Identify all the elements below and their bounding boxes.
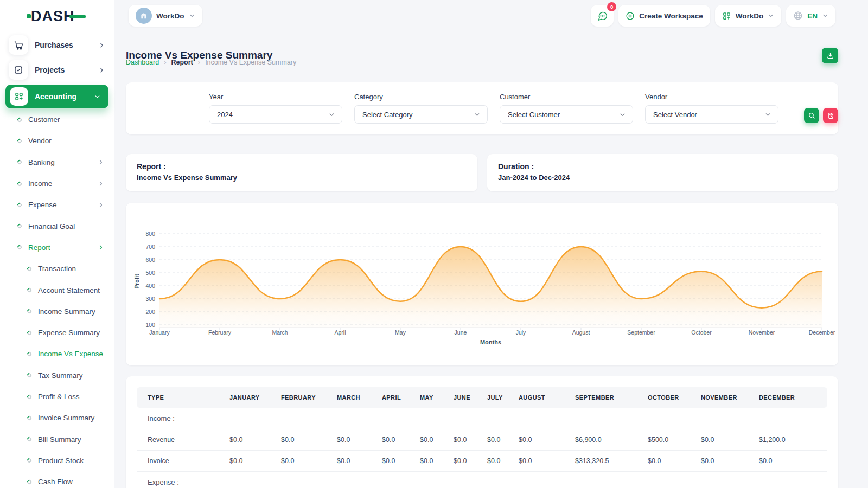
column-header-october: OCTOBER xyxy=(644,387,698,408)
filter-fields: Year 2024 Category Select Category Custo… xyxy=(209,93,778,134)
breadcrumb: Dashboard›Report›Income Vs Expense Summa… xyxy=(126,58,296,66)
sidebar-subitem-label: Invoice Summary xyxy=(38,414,104,422)
sidebar-subitem-label: Income Summary xyxy=(38,307,104,316)
table-cell: $0.0 xyxy=(226,451,278,472)
sidebar-item-invoice-summary[interactable]: Invoice Summary xyxy=(0,407,114,428)
breadcrumb-report[interactable]: Report xyxy=(171,59,193,66)
profit-area-chart: 100200300400500600700800JanuaryFebruaryM… xyxy=(126,203,838,365)
sidebar-item-account-statement[interactable]: Account Statement xyxy=(0,279,114,300)
svg-text:July: July xyxy=(516,329,526,336)
table-section-row: Income : xyxy=(137,408,827,429)
sidebar-item-vendor[interactable]: Vendor xyxy=(0,130,114,151)
sidebar-subitem-label: Product Stock xyxy=(38,457,104,465)
svg-text:Profit: Profit xyxy=(133,274,140,289)
table-cell: $6,900.0 xyxy=(572,429,644,451)
sidebar-item-income[interactable]: Income xyxy=(0,173,114,194)
svg-text:August: August xyxy=(572,329,590,336)
column-header-june: JUNE xyxy=(450,387,484,408)
bullet-icon xyxy=(26,458,32,464)
table-cell: $0.0 xyxy=(515,429,572,451)
bullet-icon xyxy=(26,287,32,293)
chevron-right-icon xyxy=(98,202,104,208)
bullet-icon xyxy=(26,266,32,272)
chevron-down-icon xyxy=(474,111,481,118)
sidebar-item-label: Accounting xyxy=(35,92,87,101)
sidebar-subitem-label: Bill Summary xyxy=(38,435,104,444)
download-button[interactable] xyxy=(822,48,838,63)
sidebar-item-projects[interactable]: Projects xyxy=(0,57,114,82)
sidebar-item-cash-flow[interactable]: Cash Flow xyxy=(0,471,114,488)
download-icon xyxy=(826,52,834,60)
bullet-icon xyxy=(26,436,32,442)
cart-icon xyxy=(9,35,28,55)
sidebar-item-transaction[interactable]: Transaction xyxy=(0,258,114,279)
apply-filter-button[interactable] xyxy=(804,108,819,123)
table-row: Revenue$0.0$0.0$0.0$0.0$0.0$0.0$0.0$0.0$… xyxy=(137,429,827,451)
filter-selected-value: Select Vendor xyxy=(653,111,697,119)
svg-text:May: May xyxy=(395,329,406,336)
filter-field: Year 2024 xyxy=(209,93,342,134)
chevron-right-icon xyxy=(98,67,105,74)
bullet-icon xyxy=(16,245,22,251)
sidebar-subitem-label: Income xyxy=(28,179,91,188)
accounting-submenu: Customer Vendor Banking Income Expense F… xyxy=(0,108,114,488)
svg-text:October: October xyxy=(691,329,712,336)
sidebar-subitem-label: Report xyxy=(28,243,91,252)
sidebar-subitem-label: Expense xyxy=(28,201,91,209)
sidebar-item-accounting[interactable]: Accounting xyxy=(5,85,108,108)
table-cell: $0.0 xyxy=(278,451,334,472)
table-row: Invoice$0.0$0.0$0.0$0.0$0.0$0.0$0.0$0.0$… xyxy=(137,451,827,472)
column-header-september: SEPTEMBER xyxy=(572,387,644,408)
select-category[interactable]: Select Category xyxy=(354,105,488,124)
select-customer[interactable]: Select Customer xyxy=(500,105,633,124)
brand-logo[interactable]: DASH xyxy=(0,0,114,33)
bullet-icon xyxy=(26,373,32,378)
svg-text:500: 500 xyxy=(145,269,155,276)
table-cell: $0.0 xyxy=(698,429,756,451)
sidebar-item-label: Purchases xyxy=(35,41,92,49)
sidebar-item-expense-summary[interactable]: Expense Summary xyxy=(0,322,114,343)
duration-card-value: Jan-2024 to Dec-2024 xyxy=(498,174,827,182)
column-header-november: NOVEMBER xyxy=(698,387,756,408)
sidebar-item-profit-loss[interactable]: Profit & Loss xyxy=(0,386,114,407)
sidebar-item-expense[interactable]: Expense xyxy=(0,194,114,215)
chevron-down-icon xyxy=(328,111,335,118)
sidebar-item-report[interactable]: Report xyxy=(0,237,114,258)
svg-text:Months: Months xyxy=(480,339,501,345)
filter-label: Category xyxy=(354,93,488,101)
select-vendor[interactable]: Select Vendor xyxy=(645,105,778,124)
filter-field: Customer Select Customer xyxy=(500,93,633,134)
table-cell: $0.0 xyxy=(379,451,417,472)
svg-text:600: 600 xyxy=(145,256,155,263)
sidebar-item-label: Projects xyxy=(35,66,92,74)
column-header-january: JANUARY xyxy=(226,387,278,408)
sidebar-item-customer[interactable]: Customer xyxy=(0,109,114,130)
bullet-icon xyxy=(16,138,22,144)
sidebar-subitem-label: Customer xyxy=(28,115,104,124)
sidebar-item-income-vs-expense[interactable]: Income Vs Expense xyxy=(0,343,114,364)
breadcrumb-dashboard[interactable]: Dashboard xyxy=(126,59,159,66)
sidebar-item-banking[interactable]: Banking xyxy=(0,152,114,173)
sidebar-item-income-summary[interactable]: Income Summary xyxy=(0,301,114,322)
sidebar-subitem-label: Financial Goal xyxy=(28,222,104,230)
filter-label: Customer xyxy=(500,93,633,101)
sidebar-item-product-stock[interactable]: Product Stock xyxy=(0,450,114,471)
sidebar-item-bill-summary[interactable]: Bill Summary xyxy=(0,428,114,450)
svg-text:300: 300 xyxy=(145,296,155,302)
sidebar-item-financial-goal[interactable]: Financial Goal xyxy=(0,215,114,236)
filter-actions xyxy=(804,108,838,134)
svg-text:400: 400 xyxy=(145,282,155,289)
sidebar-subitem-label: Account Statement xyxy=(38,286,104,294)
reset-filter-button[interactable] xyxy=(823,108,838,123)
sidebar-subitem-label: Vendor xyxy=(28,137,104,145)
apps-icon xyxy=(10,87,28,106)
column-header-type: TYPE xyxy=(137,387,226,408)
filter-field: Category Select Category xyxy=(354,93,488,134)
column-header-march: MARCH xyxy=(334,387,379,408)
sidebar-item-tax-summary[interactable]: Tax Summary xyxy=(0,365,114,386)
table-cell: $0.0 xyxy=(226,429,278,451)
select-year[interactable]: 2024 xyxy=(209,105,342,124)
income-expense-table-card: TYPEJANUARYFEBRUARYMARCHAPRILMAYJUNEJULY… xyxy=(126,376,838,488)
table-cell: $500.0 xyxy=(644,429,698,451)
sidebar-item-purchases[interactable]: Purchases xyxy=(0,33,114,57)
